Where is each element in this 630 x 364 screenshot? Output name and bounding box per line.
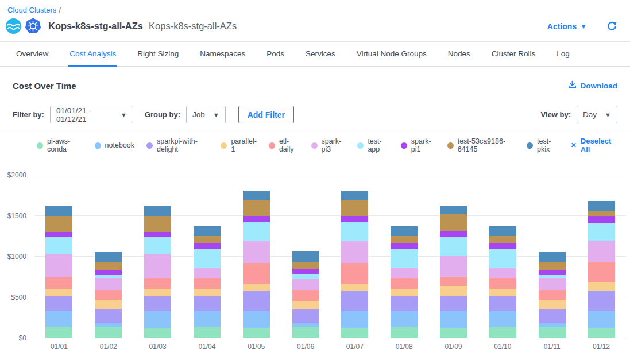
bar-segment-pi-aws-conda[interactable]	[45, 327, 72, 338]
bar-segment-parallel-1[interactable]	[489, 289, 516, 296]
bar-segment-notebook[interactable]	[45, 311, 72, 327]
bar-segment-test-pkix[interactable]	[539, 252, 566, 262]
bar-segment-spark-pi1[interactable]	[243, 216, 270, 222]
legend-item-notebook[interactable]: notebook	[95, 141, 134, 149]
bar-segment-notebook[interactable]	[341, 311, 368, 327]
bar-segment-test-pkix[interactable]	[45, 206, 72, 216]
bar-segment-sparkpi-with-delight[interactable]	[243, 291, 270, 311]
bar-segment-spark-pi3[interactable]	[144, 254, 171, 278]
bar-segment-sparkpi-with-delight[interactable]	[194, 296, 221, 311]
bar-segment-pi-aws-conda[interactable]	[194, 327, 221, 338]
bar-segment-sparkpi-with-delight[interactable]	[144, 296, 171, 311]
bar-segment-test-53ca9186-64145[interactable]	[292, 262, 319, 269]
date-range-dropdown[interactable]: 01/01/21 - 01/12/21▼	[50, 106, 133, 123]
bar-segment-notebook[interactable]	[391, 311, 418, 327]
bar-segment-etl-daily[interactable]	[341, 263, 368, 284]
breadcrumb-link-cloud-clusters[interactable]: Cloud Clusters	[7, 6, 56, 14]
bar-segment-test-app[interactable]	[588, 223, 615, 241]
legend-item-test-pkix[interactable]: test-pkix	[527, 137, 559, 153]
bar-segment-test-pkix[interactable]	[341, 191, 368, 200]
bar-segment-pi-aws-conda[interactable]	[341, 328, 368, 338]
bar-segment-notebook[interactable]	[440, 311, 467, 327]
bar-segment-spark-pi3[interactable]	[243, 241, 270, 263]
tab-nodes[interactable]: Nodes	[447, 42, 471, 67]
bar-segment-test-pkix[interactable]	[194, 226, 221, 236]
legend-item-test-app[interactable]: test-app	[357, 137, 388, 153]
bar-segment-spark-pi1[interactable]	[588, 216, 615, 223]
bar-segment-test-app[interactable]	[144, 237, 171, 254]
bar-segment-sparkpi-with-delight[interactable]	[95, 309, 122, 324]
bar-segment-notebook[interactable]	[243, 311, 270, 327]
bar-segment-parallel-1[interactable]	[539, 300, 566, 309]
bar-segment-spark-pi1[interactable]	[194, 243, 221, 249]
bar-segment-parallel-1[interactable]	[341, 284, 368, 291]
bar-segment-spark-pi3[interactable]	[440, 256, 467, 277]
bar-segment-parallel-1[interactable]	[194, 289, 221, 296]
bar-segment-test-pkix[interactable]	[391, 226, 418, 236]
tab-cluster-rolls[interactable]: Cluster Rolls	[490, 42, 537, 67]
actions-button[interactable]: Actions▼	[547, 22, 587, 31]
legend-item-spark-pi3[interactable]: spark-pi3	[311, 137, 346, 153]
bar-segment-notebook[interactable]	[588, 311, 615, 327]
bar-segment-sparkpi-with-delight[interactable]	[341, 291, 368, 311]
bar-segment-test-app[interactable]	[440, 237, 467, 256]
tab-namespaces[interactable]: Namespaces	[199, 42, 246, 67]
bar-segment-sparkpi-with-delight[interactable]	[292, 309, 319, 324]
bar-segment-etl-daily[interactable]	[440, 277, 467, 286]
bar-segment-test-53ca9186-64145[interactable]	[144, 216, 171, 232]
bar-segment-parallel-1[interactable]	[588, 282, 615, 291]
bar-segment-spark-pi3[interactable]	[45, 254, 72, 277]
bar-segment-test-53ca9186-64145[interactable]	[440, 214, 467, 231]
bar-segment-test-app[interactable]	[45, 237, 72, 254]
bar-segment-test-app[interactable]	[194, 249, 221, 268]
bar-segment-pi-aws-conda[interactable]	[440, 328, 467, 338]
bar-segment-test-pkix[interactable]	[292, 251, 319, 262]
tab-log[interactable]: Log	[555, 42, 571, 67]
tab-services[interactable]: Services	[304, 42, 337, 67]
bar-segment-parallel-1[interactable]	[391, 289, 418, 296]
bar-segment-etl-daily[interactable]	[144, 278, 171, 289]
bar-segment-etl-daily[interactable]	[45, 277, 72, 289]
view-by-dropdown[interactable]: Day▼	[577, 106, 617, 123]
deselect-all-button[interactable]: ✕ Deselect All	[571, 137, 617, 154]
bar-segment-spark-pi1[interactable]	[539, 270, 566, 275]
bar-segment-test-app[interactable]	[243, 222, 270, 241]
bar-segment-parallel-1[interactable]	[95, 300, 122, 309]
bar-segment-etl-daily[interactable]	[292, 290, 319, 300]
bar-segment-pi-aws-conda[interactable]	[588, 328, 615, 338]
bar-segment-spark-pi1[interactable]	[341, 216, 368, 222]
bar-segment-test-53ca9186-64145[interactable]	[341, 200, 368, 216]
bar-segment-pi-aws-conda[interactable]	[243, 328, 270, 338]
download-button[interactable]: Download	[568, 80, 618, 91]
bar-segment-etl-daily[interactable]	[489, 278, 516, 289]
group-by-dropdown[interactable]: Job▼	[186, 106, 226, 123]
bar-segment-pi-aws-conda[interactable]	[292, 327, 319, 338]
bar-segment-pi-aws-conda[interactable]	[95, 327, 122, 338]
bar-segment-spark-pi1[interactable]	[489, 243, 516, 249]
bar-segment-spark-pi3[interactable]	[341, 241, 368, 263]
tab-virtual-node-groups[interactable]: Virtual Node Groups	[355, 42, 428, 67]
bar-segment-spark-pi3[interactable]	[588, 241, 615, 262]
bar-segment-spark-pi3[interactable]	[95, 278, 122, 290]
bar-segment-sparkpi-with-delight[interactable]	[588, 291, 615, 312]
bar-segment-test-pkix[interactable]	[588, 201, 615, 211]
bar-segment-etl-daily[interactable]	[95, 290, 122, 300]
bar-segment-test-app[interactable]	[489, 249, 516, 268]
bar-segment-test-pkix[interactable]	[243, 191, 270, 200]
legend-item-parallel-1[interactable]: parallel-1	[221, 137, 256, 153]
bar-segment-spark-pi1[interactable]	[45, 232, 72, 237]
bar-segment-sparkpi-with-delight[interactable]	[539, 309, 566, 324]
bar-segment-spark-pi1[interactable]	[292, 269, 319, 274]
bar-segment-pi-aws-conda[interactable]	[489, 327, 516, 338]
bar-segment-pi-aws-conda[interactable]	[539, 327, 566, 338]
bar-segment-sparkpi-with-delight[interactable]	[489, 296, 516, 311]
bar-segment-test-53ca9186-64145[interactable]	[45, 216, 72, 232]
add-filter-button[interactable]: Add Filter	[238, 106, 294, 123]
bar-segment-notebook[interactable]	[194, 311, 221, 327]
bar-segment-test-53ca9186-64145[interactable]	[539, 262, 566, 270]
bar-segment-parallel-1[interactable]	[144, 289, 171, 296]
bar-segment-etl-daily[interactable]	[539, 290, 566, 300]
bar-segment-etl-daily[interactable]	[194, 278, 221, 289]
bar-segment-test-app[interactable]	[341, 222, 368, 241]
bar-segment-test-53ca9186-64145[interactable]	[489, 236, 516, 243]
